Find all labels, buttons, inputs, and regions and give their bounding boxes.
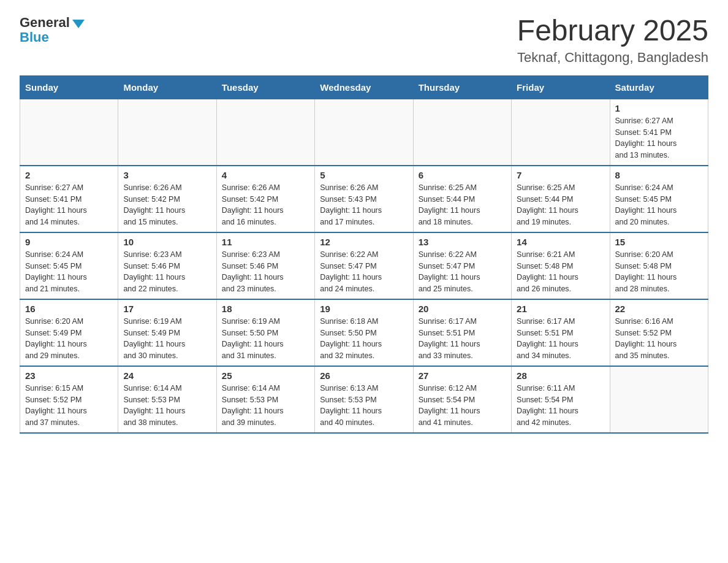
calendar-cell: 24Sunrise: 6:14 AM Sunset: 5:53 PM Dayli…: [118, 366, 216, 433]
weekday-header-wednesday: Wednesday: [315, 75, 413, 99]
day-number: 6: [419, 170, 506, 180]
day-number: 17: [123, 304, 211, 314]
calendar-cell: [610, 366, 708, 433]
calendar-cell: 23Sunrise: 6:15 AM Sunset: 5:52 PM Dayli…: [20, 366, 118, 433]
day-number: 19: [320, 304, 408, 314]
calendar-cell: 7Sunrise: 6:25 AM Sunset: 5:44 PM Daylig…: [512, 166, 610, 232]
day-number: 16: [25, 304, 113, 314]
calendar-cell: 2Sunrise: 6:27 AM Sunset: 5:41 PM Daylig…: [20, 166, 118, 232]
day-info: Sunrise: 6:20 AM Sunset: 5:49 PM Dayligh…: [25, 316, 113, 362]
calendar-cell: [315, 99, 413, 166]
title-section: February 2025 Teknaf, Chittagong, Bangla…: [517, 15, 708, 66]
day-number: 20: [419, 304, 506, 314]
day-number: 25: [222, 370, 309, 381]
day-info: Sunrise: 6:24 AM Sunset: 5:45 PM Dayligh…: [25, 249, 113, 295]
calendar-cell: 1Sunrise: 6:27 AM Sunset: 5:41 PM Daylig…: [610, 99, 708, 166]
calendar-cell: 16Sunrise: 6:20 AM Sunset: 5:49 PM Dayli…: [20, 299, 118, 366]
calendar-cell: 21Sunrise: 6:17 AM Sunset: 5:51 PM Dayli…: [512, 299, 610, 366]
day-info: Sunrise: 6:13 AM Sunset: 5:53 PM Dayligh…: [320, 383, 408, 429]
calendar-cell: 18Sunrise: 6:19 AM Sunset: 5:50 PM Dayli…: [216, 299, 314, 366]
day-info: Sunrise: 6:26 AM Sunset: 5:42 PM Dayligh…: [222, 182, 309, 228]
day-number: 28: [517, 370, 604, 381]
calendar-cell: 17Sunrise: 6:19 AM Sunset: 5:49 PM Dayli…: [118, 299, 216, 366]
day-number: 2: [25, 170, 113, 180]
day-number: 24: [123, 370, 211, 381]
day-info: Sunrise: 6:23 AM Sunset: 5:46 PM Dayligh…: [123, 249, 211, 295]
day-info: Sunrise: 6:21 AM Sunset: 5:48 PM Dayligh…: [517, 249, 604, 295]
day-number: 12: [320, 237, 408, 247]
day-number: 21: [517, 304, 604, 314]
calendar-cell: [512, 99, 610, 166]
weekday-header-friday: Friday: [512, 75, 610, 99]
day-number: 5: [320, 170, 408, 180]
calendar-cell: 8Sunrise: 6:24 AM Sunset: 5:45 PM Daylig…: [610, 166, 708, 232]
page-header: General Blue February 2025 Teknaf, Chitt…: [20, 15, 708, 66]
day-number: 14: [517, 237, 604, 247]
day-number: 1: [615, 103, 703, 113]
calendar-cell: 4Sunrise: 6:26 AM Sunset: 5:42 PM Daylig…: [216, 166, 314, 232]
day-info: Sunrise: 6:14 AM Sunset: 5:53 PM Dayligh…: [222, 383, 309, 429]
day-info: Sunrise: 6:15 AM Sunset: 5:52 PM Dayligh…: [25, 383, 113, 429]
logo-blue-text: Blue: [20, 29, 49, 45]
day-info: Sunrise: 6:11 AM Sunset: 5:54 PM Dayligh…: [517, 383, 604, 429]
calendar-cell: 15Sunrise: 6:20 AM Sunset: 5:48 PM Dayli…: [610, 232, 708, 299]
calendar-cell: 5Sunrise: 6:26 AM Sunset: 5:43 PM Daylig…: [315, 166, 413, 232]
weekday-header-tuesday: Tuesday: [216, 75, 314, 99]
calendar-cell: 10Sunrise: 6:23 AM Sunset: 5:46 PM Dayli…: [118, 232, 216, 299]
day-number: 3: [123, 170, 211, 180]
calendar-cell: 28Sunrise: 6:11 AM Sunset: 5:54 PM Dayli…: [512, 366, 610, 433]
day-info: Sunrise: 6:22 AM Sunset: 5:47 PM Dayligh…: [320, 249, 408, 295]
weekday-header-thursday: Thursday: [413, 75, 511, 99]
calendar-cell: 13Sunrise: 6:22 AM Sunset: 5:47 PM Dayli…: [413, 232, 511, 299]
week-row-3: 9Sunrise: 6:24 AM Sunset: 5:45 PM Daylig…: [20, 232, 708, 299]
month-title: February 2025: [517, 15, 708, 47]
day-number: 4: [222, 170, 309, 180]
day-number: 23: [25, 370, 113, 381]
calendar-cell: 11Sunrise: 6:23 AM Sunset: 5:46 PM Dayli…: [216, 232, 314, 299]
calendar-cell: [413, 99, 511, 166]
calendar-table: SundayMondayTuesdayWednesdayThursdayFrid…: [20, 75, 708, 434]
day-info: Sunrise: 6:24 AM Sunset: 5:45 PM Dayligh…: [615, 182, 703, 228]
calendar-cell: [216, 99, 314, 166]
calendar-cell: 14Sunrise: 6:21 AM Sunset: 5:48 PM Dayli…: [512, 232, 610, 299]
calendar-cell: 26Sunrise: 6:13 AM Sunset: 5:53 PM Dayli…: [315, 366, 413, 433]
day-info: Sunrise: 6:25 AM Sunset: 5:44 PM Dayligh…: [517, 182, 604, 228]
logo-arrow-icon: [72, 20, 85, 28]
day-number: 15: [615, 237, 703, 247]
day-info: Sunrise: 6:19 AM Sunset: 5:49 PM Dayligh…: [123, 316, 211, 362]
day-info: Sunrise: 6:17 AM Sunset: 5:51 PM Dayligh…: [517, 316, 604, 362]
calendar-cell: [118, 99, 216, 166]
day-number: 27: [419, 370, 506, 381]
week-row-5: 23Sunrise: 6:15 AM Sunset: 5:52 PM Dayli…: [20, 366, 708, 433]
day-info: Sunrise: 6:14 AM Sunset: 5:53 PM Dayligh…: [123, 383, 211, 429]
day-info: Sunrise: 6:19 AM Sunset: 5:50 PM Dayligh…: [222, 316, 309, 362]
calendar-cell: 9Sunrise: 6:24 AM Sunset: 5:45 PM Daylig…: [20, 232, 118, 299]
location-title: Teknaf, Chittagong, Bangladesh: [517, 50, 708, 66]
calendar-cell: 19Sunrise: 6:18 AM Sunset: 5:50 PM Dayli…: [315, 299, 413, 366]
day-info: Sunrise: 6:26 AM Sunset: 5:42 PM Dayligh…: [123, 182, 211, 228]
day-number: 13: [419, 237, 506, 247]
day-info: Sunrise: 6:17 AM Sunset: 5:51 PM Dayligh…: [419, 316, 506, 362]
day-number: 9: [25, 237, 113, 247]
week-row-1: 1Sunrise: 6:27 AM Sunset: 5:41 PM Daylig…: [20, 99, 708, 166]
calendar-cell: 3Sunrise: 6:26 AM Sunset: 5:42 PM Daylig…: [118, 166, 216, 232]
day-info: Sunrise: 6:27 AM Sunset: 5:41 PM Dayligh…: [25, 182, 113, 228]
day-info: Sunrise: 6:26 AM Sunset: 5:43 PM Dayligh…: [320, 182, 408, 228]
calendar-cell: 27Sunrise: 6:12 AM Sunset: 5:54 PM Dayli…: [413, 366, 511, 433]
calendar-cell: 25Sunrise: 6:14 AM Sunset: 5:53 PM Dayli…: [216, 366, 314, 433]
calendar-cell: 12Sunrise: 6:22 AM Sunset: 5:47 PM Dayli…: [315, 232, 413, 299]
day-number: 22: [615, 304, 703, 314]
weekday-header-sunday: Sunday: [20, 75, 118, 99]
day-info: Sunrise: 6:20 AM Sunset: 5:48 PM Dayligh…: [615, 249, 703, 295]
day-info: Sunrise: 6:22 AM Sunset: 5:47 PM Dayligh…: [419, 249, 506, 295]
day-number: 7: [517, 170, 604, 180]
day-number: 18: [222, 304, 309, 314]
day-info: Sunrise: 6:12 AM Sunset: 5:54 PM Dayligh…: [419, 383, 506, 429]
day-number: 10: [123, 237, 211, 247]
week-row-2: 2Sunrise: 6:27 AM Sunset: 5:41 PM Daylig…: [20, 166, 708, 232]
calendar-cell: [20, 99, 118, 166]
logo-general-text: General: [20, 15, 70, 31]
day-number: 11: [222, 237, 309, 247]
weekday-header-saturday: Saturday: [610, 75, 708, 99]
day-info: Sunrise: 6:18 AM Sunset: 5:50 PM Dayligh…: [320, 316, 408, 362]
